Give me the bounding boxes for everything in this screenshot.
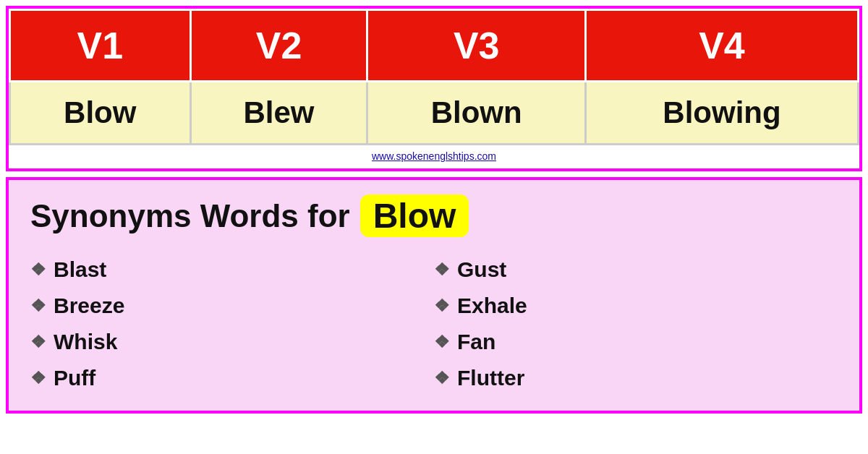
synonyms-title: Synonyms Words for Blow [30, 194, 838, 237]
diamond-icon: ❖ [434, 368, 450, 388]
synonym-label: Exhale [457, 294, 527, 318]
verb-table: V1 V2 V3 V4 Blow Blew Blown Blowing [9, 9, 859, 145]
diamond-icon: ❖ [434, 296, 450, 316]
synonym-label: Breeze [54, 294, 124, 318]
synonym-label: Puff [54, 366, 95, 390]
synonym-label: Blast [54, 257, 106, 282]
synonyms-right-col: ❖ Gust ❖ Exhale ❖ Fan ❖ Flutter [434, 252, 838, 396]
synonym-label: Whisk [54, 330, 117, 354]
synonym-label: Flutter [457, 366, 524, 390]
v4-header: V4 [585, 10, 858, 82]
synonym-item: ❖ Flutter [434, 360, 838, 396]
synonym-item: ❖ Blast [30, 252, 434, 288]
form-row: Blow Blew Blown Blowing [10, 82, 859, 145]
v4-form: Blowing [585, 82, 858, 145]
title-prefix: Synonyms Words for [30, 198, 350, 234]
synonym-item: ❖ Fan [434, 324, 838, 360]
v3-header: V3 [367, 10, 585, 82]
synonyms-left-col: ❖ Blast ❖ Breeze ❖ Whisk ❖ Puff [30, 252, 434, 396]
verb-forms-section: V1 V2 V3 V4 Blow Blew Blown Blowing www.… [6, 6, 862, 171]
synonym-item: ❖ Exhale [434, 288, 838, 324]
v1-form: Blow [10, 82, 191, 145]
synonyms-grid: ❖ Blast ❖ Breeze ❖ Whisk ❖ Puff ❖ Gust ❖ [30, 252, 838, 396]
title-word-highlight: Blow [360, 194, 469, 237]
diamond-icon: ❖ [30, 296, 46, 316]
v2-form: Blew [190, 82, 367, 145]
diamond-icon: ❖ [30, 368, 46, 388]
website-label: www.spokenenglshtips.com [372, 150, 496, 162]
diamond-icon: ❖ [434, 332, 450, 352]
synonym-item: ❖ Puff [30, 360, 434, 396]
synonym-item: ❖ Whisk [30, 324, 434, 360]
v1-header: V1 [10, 10, 191, 82]
website-row: www.spokenenglshtips.com [9, 145, 859, 168]
diamond-icon: ❖ [30, 332, 46, 352]
synonym-item: ❖ Breeze [30, 288, 434, 324]
v2-header: V2 [190, 10, 367, 82]
synonym-item: ❖ Gust [434, 252, 838, 288]
synonym-label: Gust [457, 257, 506, 282]
v3-form: Blown [367, 82, 585, 145]
diamond-icon: ❖ [434, 260, 450, 280]
diamond-icon: ❖ [30, 260, 46, 280]
synonym-label: Fan [457, 330, 495, 354]
synonyms-section: Synonyms Words for Blow ❖ Blast ❖ Breeze… [6, 177, 862, 414]
header-row: V1 V2 V3 V4 [10, 10, 859, 82]
